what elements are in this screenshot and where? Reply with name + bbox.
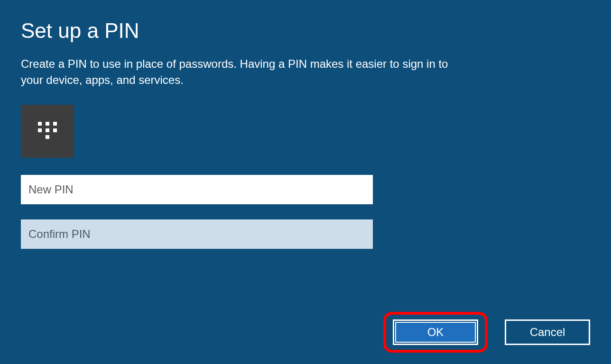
svg-rect-4 xyxy=(46,128,49,132)
keypad-icon xyxy=(21,105,74,158)
page-description: Create a PIN to use in place of password… xyxy=(21,56,472,88)
ok-button-highlight: OK xyxy=(383,312,488,353)
button-bar: OK Cancel xyxy=(383,312,590,353)
cancel-button[interactable]: Cancel xyxy=(505,319,590,345)
svg-rect-3 xyxy=(38,128,42,132)
svg-rect-6 xyxy=(46,135,49,139)
confirm-pin-input[interactable] xyxy=(21,219,373,249)
page-title: Set up a PIN xyxy=(21,19,590,43)
svg-rect-2 xyxy=(53,122,57,126)
new-pin-input[interactable] xyxy=(21,175,373,204)
svg-rect-5 xyxy=(53,128,57,132)
svg-rect-1 xyxy=(46,122,49,126)
svg-rect-0 xyxy=(38,122,42,126)
ok-button[interactable]: OK xyxy=(393,319,478,345)
